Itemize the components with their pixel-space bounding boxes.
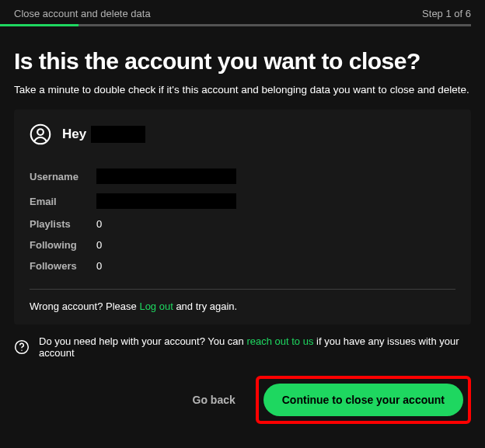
wrong-prefix: Wrong account? Please bbox=[30, 300, 139, 312]
help-prefix: Do you need help with your account? You … bbox=[39, 335, 246, 347]
avatar-icon bbox=[30, 123, 51, 145]
row-username: Username bbox=[30, 164, 455, 189]
account-card: Hey Username Email Playlists 0 Following… bbox=[14, 109, 471, 325]
action-bar: Go back Continue to close your account bbox=[0, 359, 485, 424]
greeting-prefix: Hey bbox=[62, 127, 86, 142]
wizard-step: Step 1 of 6 bbox=[422, 8, 471, 19]
following-label: Following bbox=[30, 239, 96, 251]
followers-value: 0 bbox=[96, 260, 102, 272]
redacted-username bbox=[96, 168, 236, 184]
following-value: 0 bbox=[96, 239, 102, 251]
wrong-suffix: and try again. bbox=[173, 300, 237, 312]
redacted-email bbox=[96, 193, 236, 209]
redacted-name bbox=[91, 126, 145, 143]
email-label: Email bbox=[30, 196, 96, 207]
page-heading: Is this the account you want to close? bbox=[14, 48, 471, 75]
contact-link[interactable]: reach out to us bbox=[246, 335, 313, 347]
continue-button[interactable]: Continue to close your account bbox=[263, 384, 463, 416]
wizard-header: Close account and delete data Step 1 of … bbox=[0, 0, 485, 24]
svg-point-3 bbox=[21, 349, 23, 351]
greeting: Hey bbox=[30, 123, 455, 145]
help-row: Do you need help with your account? You … bbox=[0, 325, 485, 359]
row-followers: Followers 0 bbox=[30, 255, 455, 276]
row-playlists: Playlists 0 bbox=[30, 214, 455, 234]
help-icon bbox=[14, 339, 30, 355]
playlists-value: 0 bbox=[96, 218, 102, 230]
go-back-button[interactable]: Go back bbox=[187, 386, 242, 414]
divider bbox=[30, 289, 455, 290]
row-email: Email bbox=[30, 189, 455, 214]
followers-label: Followers bbox=[30, 260, 96, 272]
wizard-title: Close account and delete data bbox=[14, 8, 151, 19]
help-text: Do you need help with your account? You … bbox=[39, 335, 471, 359]
highlight-annotation: Continue to close your account bbox=[256, 376, 471, 424]
logout-link[interactable]: Log out bbox=[139, 300, 173, 312]
wrong-account-text: Wrong account? Please Log out and try ag… bbox=[30, 300, 455, 312]
svg-point-1 bbox=[37, 129, 44, 135]
playlists-label: Playlists bbox=[30, 218, 96, 230]
username-label: Username bbox=[30, 171, 96, 182]
row-following: Following 0 bbox=[30, 234, 455, 255]
page-subtitle: Take a minute to double check if it's th… bbox=[14, 84, 471, 96]
